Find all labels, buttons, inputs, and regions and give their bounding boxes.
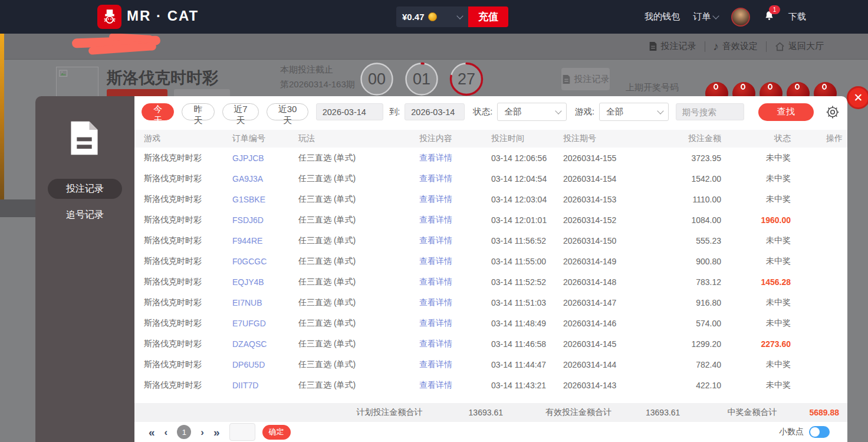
- cell-view-detail-link[interactable]: 查看详情: [419, 277, 491, 287]
- cell-order-link[interactable]: F944RE: [232, 236, 298, 245]
- quick-filter-2[interactable]: 近7天: [222, 103, 259, 120]
- cell-time: 03-14 12:01:01: [491, 215, 563, 225]
- bet-records-link[interactable]: 投注记录: [649, 41, 696, 52]
- cell-view-detail-link[interactable]: 查看详情: [419, 153, 491, 163]
- chevron-down-icon: [657, 107, 663, 114]
- brand-logo-icon[interactable]: [97, 5, 121, 29]
- first-page-button[interactable]: «: [149, 427, 155, 438]
- background-strip: [0, 34, 4, 211]
- cell-time: 03-14 11:43:21: [491, 381, 563, 390]
- sound-settings-link[interactable]: ♪ 音效设定: [714, 40, 758, 53]
- cell-order-link[interactable]: GJPJCB: [232, 153, 298, 163]
- cell-view-detail-link[interactable]: 查看详情: [419, 215, 491, 225]
- game-bet-records-label: 投注记录: [574, 74, 610, 85]
- wallet-link[interactable]: 我的钱包: [645, 11, 680, 22]
- period-search-input[interactable]: [676, 103, 744, 120]
- cell-play: 任三直选 (单式): [298, 380, 419, 391]
- cell-view-detail-link[interactable]: 查看详情: [419, 173, 491, 184]
- cell-time: 03-14 11:48:49: [491, 319, 563, 328]
- sound-settings-label: 音效设定: [722, 41, 758, 52]
- cell-order-link[interactable]: E7UFGD: [232, 319, 298, 328]
- cell-order-link[interactable]: FSDJ6D: [232, 215, 298, 225]
- cell-period: 20260314-155: [563, 153, 652, 163]
- header-balance[interactable]: ¥0.47: [396, 6, 468, 27]
- game-select-value: 全部: [606, 106, 623, 117]
- notification-bell[interactable]: 1: [763, 9, 775, 24]
- user-avatar[interactable]: [731, 8, 750, 27]
- cell-order-link[interactable]: EI7NUB: [232, 298, 298, 307]
- cell-status: 1960.00: [721, 215, 791, 225]
- cell-view-detail-link[interactable]: 查看详情: [419, 194, 491, 205]
- cell-game: 斯洛伐克时时彩: [144, 380, 232, 391]
- current-period-label: 第20260314-163期: [280, 79, 355, 90]
- page-confirm-button[interactable]: 确定: [262, 425, 291, 440]
- cell-order-link[interactable]: DP6U5D: [232, 360, 298, 369]
- cell-view-detail-link[interactable]: 查看详情: [419, 339, 491, 349]
- cell-status: 未中奖: [721, 297, 791, 308]
- win-total-value: 5689.88: [809, 408, 839, 417]
- cell-view-detail-link[interactable]: 查看详情: [419, 359, 491, 370]
- download-link[interactable]: 下载: [788, 11, 806, 22]
- quick-filter-1[interactable]: 昨天: [182, 103, 214, 120]
- status-select[interactable]: 全部: [497, 103, 567, 121]
- table-row: 斯洛伐克时时彩 DZAQSC 任三直选 (单式) 查看详情 03-14 11:4…: [144, 333, 843, 354]
- quick-filter-0[interactable]: 今天: [142, 103, 174, 120]
- cell-game: 斯洛伐克时时彩: [144, 318, 232, 329]
- cell-view-detail-link[interactable]: 查看详情: [419, 256, 491, 267]
- cell-game: 斯洛伐克时时彩: [144, 235, 232, 246]
- prev-page-button[interactable]: ‹: [165, 427, 168, 437]
- cell-period: 20260314-148: [563, 277, 652, 287]
- document-icon: [649, 41, 657, 51]
- cell-order-link[interactable]: G1SBKE: [232, 195, 298, 204]
- cell-order-link[interactable]: F0GCGC: [232, 257, 298, 266]
- cell-play: 任三直选 (单式): [298, 215, 419, 225]
- cell-status: 未中奖: [721, 235, 791, 246]
- return-lobby-link[interactable]: 返回大厅: [775, 41, 824, 52]
- last-page-button[interactable]: »: [213, 427, 220, 438]
- orders-link[interactable]: 订单: [693, 11, 718, 22]
- cell-view-detail-link[interactable]: 查看详情: [419, 380, 491, 391]
- cell-order-link[interactable]: DIIT7D: [232, 381, 298, 390]
- sidebar-tab-1[interactable]: 追号记录: [48, 205, 122, 225]
- countdown-circle-1: 01: [405, 62, 439, 96]
- cell-game: 斯洛伐克时时彩: [144, 359, 232, 370]
- decimal-toggle[interactable]: [809, 426, 830, 438]
- date-to-input[interactable]: [405, 103, 465, 120]
- col-header-8: 操作: [791, 133, 843, 144]
- cell-time: 03-14 12:03:04: [491, 195, 563, 204]
- cell-order-link[interactable]: DZAQSC: [232, 339, 298, 349]
- divider: [766, 41, 767, 52]
- cell-period: 20260314-154: [563, 174, 652, 184]
- settings-gear-icon[interactable]: [825, 104, 840, 120]
- sidebar-tab-0[interactable]: 投注记录: [48, 179, 122, 199]
- game-bet-records-button[interactable]: 投注记录: [561, 68, 610, 90]
- date-from-input[interactable]: [316, 103, 383, 120]
- col-header-4: 投注时间: [491, 133, 563, 144]
- modal-close-button[interactable]: ✕: [847, 86, 868, 109]
- filter-bar: 今天昨天近7天近30天 到: 状态: 全部 游戏: 全部 查找: [134, 96, 847, 125]
- cell-order-link[interactable]: EQJY4B: [232, 277, 298, 287]
- table-row: 斯洛伐克时时彩 GJPJCB 任三直选 (单式) 查看详情 03-14 12:0…: [144, 148, 843, 168]
- cell-time: 03-14 11:46:58: [491, 339, 563, 349]
- brand-name: MR · CAT: [127, 8, 199, 24]
- cell-period: 20260314-146: [563, 319, 652, 328]
- next-page-button[interactable]: ›: [200, 427, 204, 437]
- cell-view-detail-link[interactable]: 查看详情: [419, 318, 491, 329]
- cell-period: 20260314-150: [563, 236, 652, 245]
- quick-filter-3[interactable]: 近30天: [267, 103, 308, 120]
- cell-view-detail-link[interactable]: 查看详情: [419, 235, 491, 246]
- page-jump-input[interactable]: [229, 423, 255, 441]
- cell-status: 2273.60: [721, 339, 791, 349]
- cell-order-link[interactable]: GA9J3A: [232, 174, 298, 184]
- game-filter-label: 游戏:: [575, 106, 594, 117]
- cell-view-detail-link[interactable]: 查看详情: [419, 297, 491, 308]
- return-lobby-label: 返回大厅: [788, 41, 824, 52]
- find-button[interactable]: 查找: [758, 103, 814, 121]
- quick-filters: 今天昨天近7天近30天: [142, 103, 316, 120]
- cell-play: 任三直选 (单式): [298, 318, 419, 329]
- document-icon: [67, 120, 101, 159]
- recharge-button[interactable]: 充值: [468, 6, 508, 27]
- col-header-1: 订单编号: [232, 133, 298, 144]
- game-select[interactable]: 全部: [599, 103, 669, 121]
- cell-period: 20260314-153: [563, 195, 652, 204]
